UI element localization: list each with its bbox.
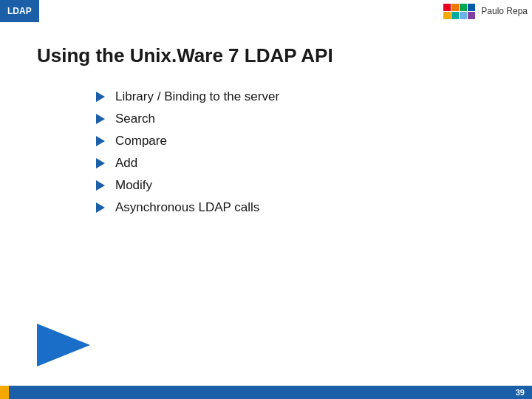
ldap-label: LDAP: [0, 0, 39, 22]
next-arrow-icon[interactable]: [37, 324, 90, 366]
sq-purple: [468, 12, 475, 19]
bullet-arrow-icon: [96, 202, 105, 213]
slide-title: Using the Unix.Ware 7 LDAP API: [37, 44, 495, 67]
sq-teal: [451, 12, 459, 19]
list-item: Compare: [96, 134, 495, 149]
list-item: Add: [96, 156, 495, 171]
bullet-text: Modify: [115, 178, 152, 193]
colorful-squares-icon: [443, 4, 475, 19]
sq-orange2: [443, 12, 451, 19]
bullet-text: Search: [115, 112, 155, 126]
bullet-text: Asynchronous LDAP calls: [115, 200, 259, 215]
main-content: Using the Unix.Ware 7 LDAP API Library /…: [0, 22, 532, 237]
list-item: Library / Binding to the server: [96, 89, 495, 104]
nav-arrow[interactable]: [37, 324, 90, 369]
list-item: Modify: [96, 178, 495, 193]
list-item: Asynchronous LDAP calls: [96, 200, 495, 215]
bottom-left-accent: [0, 386, 9, 399]
top-bar: LDAP Paulo Repa: [0, 0, 532, 22]
sq-orange: [451, 4, 459, 11]
bullet-arrow-icon: [96, 114, 105, 124]
sq-green: [460, 4, 467, 11]
bullet-text: Add: [115, 156, 137, 171]
bullet-list: Library / Binding to the server Search C…: [96, 89, 495, 215]
sq-blue: [468, 4, 475, 11]
bullet-text: Compare: [115, 134, 167, 149]
bullet-arrow-icon: [96, 180, 105, 191]
bullet-text: Library / Binding to the server: [115, 89, 279, 104]
bullet-arrow-icon: [96, 92, 105, 102]
list-item: Search: [96, 112, 495, 126]
svg-marker-0: [37, 324, 90, 366]
bullet-arrow-icon: [96, 136, 105, 146]
bullet-arrow-icon: [96, 158, 105, 168]
top-bar-right: Paulo Repa: [443, 0, 532, 22]
page-number: 39: [516, 388, 525, 397]
author-name: Paulo Repa: [481, 6, 528, 16]
sq-red: [443, 4, 451, 11]
bottom-bar: 39: [0, 386, 532, 399]
sq-ltblue: [460, 12, 467, 19]
